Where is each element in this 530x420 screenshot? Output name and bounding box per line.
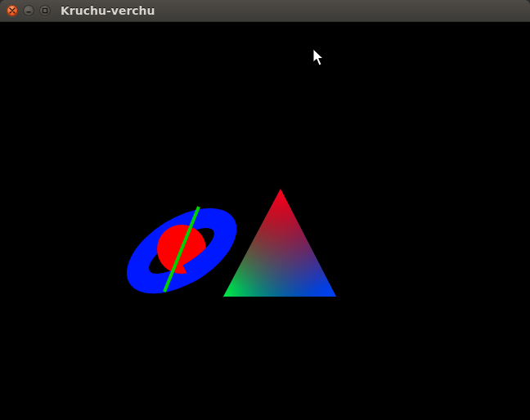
window-buttons bbox=[7, 5, 51, 16]
close-icon bbox=[9, 7, 16, 14]
opengl-canvas bbox=[0, 22, 530, 420]
maximize-icon bbox=[42, 7, 48, 14]
opengl-canvas-area[interactable] bbox=[0, 22, 530, 420]
window-close-button[interactable] bbox=[7, 5, 18, 16]
svg-rect-1 bbox=[43, 8, 47, 12]
window-minimize-button[interactable] bbox=[23, 5, 34, 16]
window-title: Kruchu-verchu bbox=[61, 4, 155, 17]
svg-rect-0 bbox=[27, 11, 31, 12]
app-window: Kruchu-verchu bbox=[0, 0, 530, 420]
window-titlebar[interactable]: Kruchu-verchu bbox=[0, 0, 530, 22]
window-maximize-button[interactable] bbox=[39, 5, 51, 16]
minimize-icon bbox=[25, 7, 32, 14]
